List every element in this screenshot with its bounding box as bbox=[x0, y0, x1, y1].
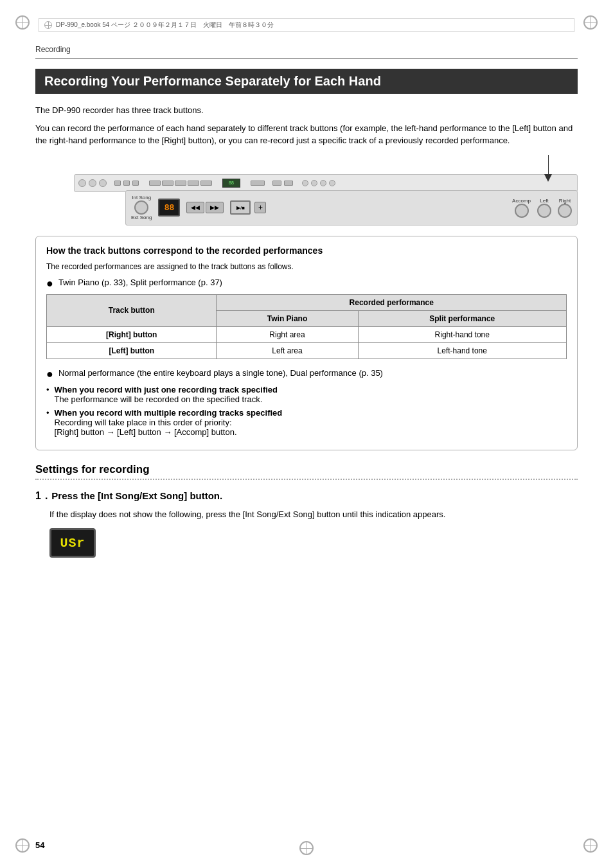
device-btn-8 bbox=[200, 181, 212, 186]
device-btn-7 bbox=[188, 181, 199, 186]
dash1-label: When you record with just one recording … bbox=[55, 385, 278, 394]
header-bar: DP-990_e.book 54 ページ ２００９年２月１７日 火曜日 午前８時… bbox=[39, 18, 574, 32]
device-knob-5 bbox=[311, 180, 317, 186]
corner-mark-tl bbox=[13, 13, 32, 32]
bullet-icon-1: ● bbox=[46, 278, 53, 289]
file-info-text: DP-990_e.book 54 ページ ２００９年２月１７日 火曜日 午前８時… bbox=[56, 21, 274, 30]
table-row: [Right] button Right area Right-hand ton… bbox=[47, 326, 567, 342]
device-btn-11 bbox=[284, 181, 293, 186]
settings-title: Settings for recording bbox=[35, 463, 578, 476]
int-song-button[interactable] bbox=[134, 200, 148, 215]
next-button[interactable]: ▶▶ bbox=[206, 202, 224, 213]
dash2-text2: [Right] button → [Left] button → [Accomp… bbox=[55, 427, 237, 437]
device-btn-10 bbox=[272, 181, 281, 186]
bottom-center-mark bbox=[299, 841, 314, 855]
settings-section: Settings for recording 1 . Press the [In… bbox=[35, 463, 578, 558]
dash-bullet-2: • When you record with multiple recordin… bbox=[46, 408, 567, 437]
intro-paragraph-1: The DP-990 recorder has three track butt… bbox=[35, 104, 578, 117]
dash2-label: When you record with multiple recording … bbox=[55, 408, 283, 418]
row2-split: Left-hand tone bbox=[358, 342, 566, 359]
device-btn-6 bbox=[175, 181, 186, 186]
device-knob-7 bbox=[329, 180, 335, 186]
corner-mark-bl bbox=[13, 836, 32, 855]
section-divider bbox=[35, 58, 578, 58]
accomp-button[interactable] bbox=[515, 204, 529, 218]
plus-button[interactable]: + bbox=[254, 202, 266, 213]
page-number: 54 bbox=[35, 840, 44, 850]
left-button[interactable] bbox=[537, 204, 551, 218]
arrow-indicator bbox=[544, 155, 552, 182]
table-header-twin-piano: Twin Piano bbox=[217, 310, 358, 326]
song-number-display: 88 bbox=[158, 199, 180, 217]
device-btn-5 bbox=[162, 181, 173, 186]
step-1-description: If the display does not show the followi… bbox=[49, 508, 578, 521]
arrow-line bbox=[548, 155, 549, 174]
usr-display-image: USr bbox=[49, 528, 96, 558]
bullet-text-1: Twin Piano (p. 33), Split performance (p… bbox=[58, 278, 222, 287]
right-button[interactable] bbox=[558, 204, 572, 218]
device-display-small: 88 bbox=[222, 179, 240, 188]
dash-bullet-2-content: When you record with multiple recording … bbox=[55, 408, 283, 437]
bullet-item-2: ● Normal performance (the entire keyboar… bbox=[46, 368, 567, 380]
device-btn-2 bbox=[123, 181, 130, 186]
prev-button[interactable]: ◀◀ bbox=[186, 202, 204, 213]
left-label: Left bbox=[540, 198, 548, 204]
arrow-down-icon bbox=[544, 174, 552, 182]
intro-paragraph-2: You can record the performance of each h… bbox=[35, 122, 578, 147]
device-image-area: 88 Int Song Ext Song bbox=[74, 155, 578, 226]
row1-split: Right-hand tone bbox=[358, 326, 566, 342]
info-box-subtitle: The recorded performances are assigned t… bbox=[46, 262, 567, 271]
int-song-label: Int Song bbox=[132, 195, 151, 200]
row2-track: [Left] button bbox=[47, 342, 217, 359]
row2-twin: Left area bbox=[217, 342, 358, 359]
device-knob-4 bbox=[302, 180, 308, 186]
device-knob-3 bbox=[99, 179, 107, 187]
device-knob-1 bbox=[78, 179, 86, 187]
performance-table: Track button Recorded performance Twin P… bbox=[46, 294, 567, 359]
step-1-container: 1 . Press the [Int Song/Ext Song] button… bbox=[35, 490, 578, 502]
dash2-text1: Recording will take place in this order … bbox=[55, 418, 232, 427]
row1-twin: Right area bbox=[217, 326, 358, 342]
breadcrumb: Recording bbox=[35, 45, 578, 54]
accomp-label: Accomp bbox=[512, 198, 531, 204]
device-knob-6 bbox=[320, 180, 326, 186]
ext-song-label: Ext Song bbox=[131, 215, 152, 220]
main-content: Recording Recording Your Performance Sep… bbox=[35, 45, 578, 571]
row1-track: [Right] button bbox=[47, 326, 217, 342]
step-period: . bbox=[45, 490, 48, 502]
table-row: [Left] button Left area Left-hand tone bbox=[47, 342, 567, 359]
device-btn-9 bbox=[251, 181, 265, 186]
page-title: Recording Your Performance Separately fo… bbox=[35, 69, 578, 94]
device-btn-1 bbox=[114, 181, 121, 186]
bullet-item-1: ● Twin Piano (p. 33), Split performance … bbox=[46, 278, 567, 289]
table-header-track: Track button bbox=[47, 294, 217, 326]
table-header-recorded: Recorded performance bbox=[217, 294, 567, 310]
device-top-strip: 88 bbox=[74, 174, 578, 192]
corner-mark-br bbox=[581, 836, 600, 855]
dash1-text: The performance will be recorded on the … bbox=[55, 394, 263, 404]
device-knob-2 bbox=[89, 179, 96, 187]
info-box-title: How the track buttons correspond to the … bbox=[46, 245, 567, 256]
step-1-label: Press the [Int Song/Ext Song] button. bbox=[51, 490, 222, 501]
step-number-1: 1 bbox=[35, 490, 41, 502]
device-btn-3 bbox=[132, 181, 139, 186]
usr-display-text: USr bbox=[60, 536, 85, 551]
bullet-text-2: Normal performance (the entire keyboard … bbox=[58, 368, 383, 378]
device-btn-4 bbox=[149, 181, 161, 186]
dash-bullet-1: • When you record with just one recordin… bbox=[46, 385, 567, 404]
play-stop-button[interactable]: ▶/■ bbox=[230, 200, 251, 215]
table-header-split: Split performance bbox=[358, 310, 566, 326]
dash-icon-1: • bbox=[46, 385, 49, 394]
info-box: How the track buttons correspond to the … bbox=[35, 236, 578, 450]
right-label: Right bbox=[559, 198, 571, 204]
dash-bullet-1-content: When you record with just one recording … bbox=[55, 385, 278, 404]
corner-mark-tr bbox=[581, 13, 600, 32]
device-lower-strip: Int Song Ext Song 88 ◀◀ ▶▶ ▶/■ + bbox=[125, 190, 578, 226]
dash-icon-2: • bbox=[46, 408, 49, 418]
dotted-divider bbox=[35, 479, 578, 480]
bullet-icon-2: ● bbox=[46, 368, 53, 380]
header-crosshair-icon bbox=[44, 21, 52, 29]
